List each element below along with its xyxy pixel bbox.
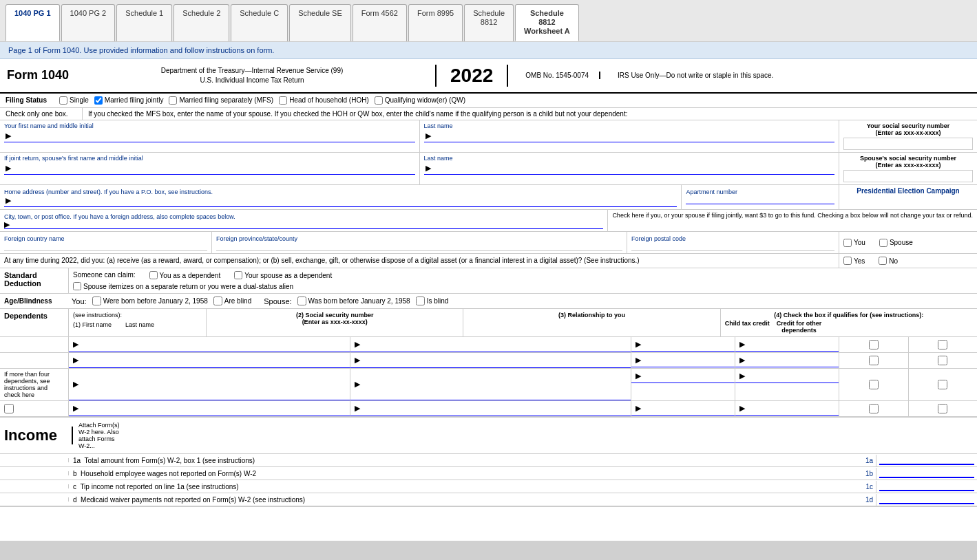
you-dependent-item[interactable]: You as a dependent — [149, 271, 221, 279]
election-label-cell: Presidential Election Campaign — [839, 185, 977, 209]
election-you-checkbox[interactable] — [843, 239, 852, 247]
spouse-blind-checkbox[interactable] — [416, 297, 425, 305]
filing-mfs[interactable]: Married filing separately (MFS) — [169, 96, 273, 105]
spouse-dependent-checkbox[interactable] — [234, 271, 242, 279]
ssn-input[interactable] — [843, 138, 973, 150]
tab-form8995[interactable]: Form 8995 — [408, 4, 463, 41]
income-1c-field[interactable] — [879, 482, 974, 491]
income-line-1a-desc: 1a Total amount from Form(s) W-2, box 1 … — [69, 455, 856, 466]
dep4-other-credit-checkbox[interactable] — [938, 404, 947, 413]
first-name-input[interactable] — [4, 131, 415, 142]
mfs-checkbox[interactable] — [169, 96, 177, 105]
tab-schedule8812wa[interactable]: Schedule8812Worksheet A — [515, 4, 579, 41]
tab-1040pg2[interactable]: 1040 PG 2 — [61, 4, 116, 41]
digital-no[interactable]: No — [879, 257, 898, 265]
dep1-ssn-input[interactable] — [631, 337, 735, 352]
dep3-ssn-input[interactable] — [631, 369, 735, 383]
dep-col1-header: (1) First name Last name — [73, 321, 154, 328]
born-before-checkbox[interactable] — [92, 297, 101, 305]
city-input[interactable] — [4, 220, 603, 229]
dep3-rel-input[interactable] — [735, 369, 839, 383]
dep3-child-tax-checkbox[interactable] — [869, 380, 879, 389]
income-1a-field[interactable] — [879, 455, 974, 465]
digital-yes[interactable]: Yes — [843, 257, 865, 265]
spouse-itemizes-checkbox[interactable] — [73, 282, 81, 290]
filing-single[interactable]: Single — [59, 96, 89, 105]
dep-also-check[interactable] — [0, 401, 68, 416]
income-1d-field[interactable] — [879, 495, 974, 504]
tab-1040pg1[interactable]: 1040 PG 1 — [6, 4, 60, 41]
digital-no-checkbox[interactable] — [879, 257, 887, 265]
dep1-child-tax-checkbox[interactable] — [869, 340, 879, 349]
dep-overflow-checkbox[interactable] — [4, 404, 14, 413]
tab-schedule8812[interactable]: Schedule8812 — [464, 4, 514, 41]
dep2-firstname-input[interactable] — [69, 353, 350, 368]
dep-col4b-header: Credit for otherdependents — [777, 320, 822, 334]
dep3-lastname-input[interactable] — [350, 369, 631, 400]
filing-hoh[interactable]: Head of household (HOH) — [279, 96, 369, 105]
tab-schedulec[interactable]: Schedule C — [231, 4, 288, 41]
you-dependent-checkbox[interactable] — [149, 271, 158, 279]
foreign-postal-input[interactable] — [631, 242, 834, 251]
dep2-lastname-input[interactable] — [350, 353, 631, 368]
spouse-itemizes-item[interactable]: Spouse itemizes on a separate return or … — [73, 282, 973, 290]
election-spouse[interactable]: Spouse — [879, 239, 913, 247]
address-input[interactable] — [4, 195, 677, 207]
foreign-country-input[interactable] — [4, 242, 207, 251]
dep4-rel-input[interactable] — [735, 401, 839, 416]
apt-input[interactable] — [686, 195, 834, 204]
tab-form4562[interactable]: Form 4562 — [353, 4, 407, 41]
income-line-1a: 1a Total amount from Form(s) W-2, box 1 … — [0, 454, 977, 467]
dep-col2-header: (2) Social security number(Enter as xxx-… — [207, 309, 463, 336]
tab-schedule1[interactable]: Schedule 1 — [116, 4, 172, 41]
dep2-child-tax-checkbox[interactable] — [869, 356, 879, 365]
joint-first-name-input[interactable] — [4, 163, 415, 175]
tab-schedule2[interactable]: Schedule 2 — [174, 4, 229, 41]
joint-last-name-cell: Last name — [420, 153, 840, 184]
city-row: City, town, or post office. If you have … — [0, 210, 977, 233]
election-spouse-checkbox[interactable] — [879, 239, 887, 247]
dep4-firstname-input[interactable] — [69, 401, 350, 416]
spouse-born-before-checkbox[interactable] — [297, 297, 306, 305]
dep4-child-tax-checkbox[interactable] — [869, 404, 879, 413]
dep1-firstname-input[interactable] — [69, 337, 350, 352]
spouse-blind-item[interactable]: Is blind — [416, 297, 449, 305]
spouse-born-before-item[interactable]: Was born before January 2, 1958 — [297, 297, 410, 305]
election-text-cell: Check here if you, or your spouse if fil… — [608, 210, 977, 232]
dep2-ssn-input[interactable] — [631, 353, 735, 367]
spouse-ssn-input[interactable] — [843, 170, 973, 182]
last-name-input[interactable] — [424, 131, 835, 142]
joint-first-name-cell: If joint return, spouse's first name and… — [0, 153, 420, 184]
are-blind-checkbox[interactable] — [213, 297, 222, 305]
dep3-firstname-input[interactable] — [69, 369, 350, 400]
dep4-ssn-input[interactable] — [631, 401, 735, 416]
tab-schedulese[interactable]: Schedule SE — [289, 4, 351, 41]
are-blind-item[interactable]: Are blind — [213, 297, 251, 305]
filing-qw[interactable]: Qualifying widow(er) (QW) — [375, 96, 465, 105]
single-checkbox[interactable] — [59, 96, 67, 105]
income-1b-field[interactable] — [879, 469, 974, 478]
dep2-other-credit-checkbox[interactable] — [938, 356, 947, 365]
dep-col4-header: (4) Check the box if qualifies for (see … — [721, 309, 977, 336]
income-line-1d-left — [0, 497, 69, 502]
info-bar-text: Page 1 of Form 1040. Use provided inform… — [8, 46, 274, 54]
dep4-lastname-input[interactable] — [350, 401, 631, 416]
hoh-checkbox[interactable] — [279, 96, 287, 105]
dependent-row-2 — [0, 353, 977, 369]
joint-last-name-input[interactable] — [424, 163, 835, 175]
dep1-other-credit-checkbox[interactable] — [938, 340, 947, 349]
dep1-rel-input[interactable] — [735, 337, 839, 352]
foreign-province-input[interactable] — [216, 242, 622, 251]
dep1-lastname-input[interactable] — [350, 337, 631, 352]
info-bar: Page 1 of Form 1040. Use provided inform… — [0, 42, 977, 59]
income-line-1b-input — [876, 467, 977, 480]
born-before-item[interactable]: Were born before January 2, 1958 — [92, 297, 208, 305]
digital-yes-checkbox[interactable] — [843, 257, 852, 265]
dep2-rel-input[interactable] — [735, 353, 839, 367]
election-you[interactable]: You — [843, 239, 865, 247]
spouse-dependent-item[interactable]: Your spouse as a dependent — [234, 271, 332, 279]
dep3-other-credit-checkbox[interactable] — [938, 380, 947, 389]
mfj-checkbox[interactable] — [94, 96, 103, 105]
qw-checkbox[interactable] — [375, 96, 383, 105]
filing-mfj[interactable]: Married filing jointly — [94, 96, 164, 105]
